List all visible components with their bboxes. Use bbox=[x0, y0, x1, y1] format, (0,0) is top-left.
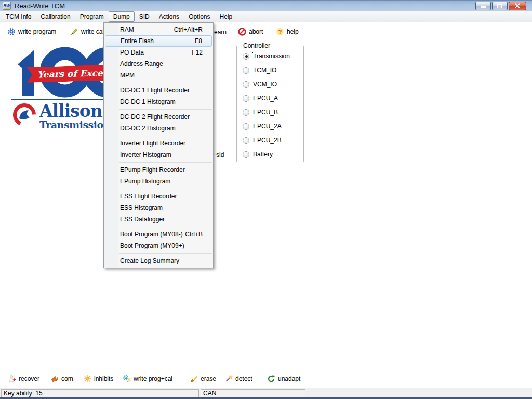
minimize-icon bbox=[481, 6, 486, 8]
menu-item-dcdc2-histogram[interactable]: DC-DC 2 Histogram bbox=[104, 123, 213, 134]
abort-label: abort bbox=[249, 28, 263, 35]
menu-separator bbox=[119, 162, 212, 163]
radio-epcu-a[interactable]: EPCU_A bbox=[243, 94, 278, 102]
menu-item-ess-datalogger[interactable]: ESS Datalogger bbox=[104, 214, 213, 225]
menu-item-boot-program-my09[interactable]: Boot Program (MY09+) bbox=[104, 240, 213, 251]
statusbar: Key ability: 15 CAN bbox=[0, 388, 532, 397]
radio-battery[interactable]: Battery bbox=[243, 150, 273, 158]
menu-separator bbox=[119, 109, 212, 110]
menu-item-epump-histogram[interactable]: EPump Histogram bbox=[104, 176, 213, 187]
status-protocol: CAN bbox=[201, 389, 305, 397]
help-icon: ? bbox=[276, 28, 284, 36]
radio-tcm-io[interactable]: TCM_IO bbox=[243, 66, 276, 74]
gears-icon bbox=[123, 375, 131, 383]
abort-button[interactable]: abort bbox=[238, 25, 263, 38]
toolbar-item-partial-learn[interactable]: earn bbox=[214, 29, 227, 36]
radio-epcu-2b[interactable]: EPCU_2B bbox=[243, 136, 282, 144]
window-title: Read-Write TCM bbox=[15, 2, 65, 10]
status-key-ability: Key ability: 15 bbox=[1, 389, 199, 397]
toolbar-separator bbox=[230, 26, 231, 37]
logo-brand: Allison bbox=[39, 103, 110, 119]
menu-item-dcdc1-histogram[interactable]: DC-DC 1 Histogram bbox=[104, 96, 213, 108]
com-button[interactable]: com bbox=[50, 372, 73, 385]
radio-button-icon bbox=[243, 53, 249, 60]
radio-transmission[interactable]: Transmission bbox=[243, 52, 290, 60]
minimize-button[interactable] bbox=[475, 2, 491, 10]
circular-arrow-icon bbox=[267, 375, 275, 383]
write-cal-label: write cal bbox=[81, 28, 104, 35]
menu-item-boot-program-my08[interactable]: Boot Program (MY08-)Ctrl+B bbox=[104, 229, 213, 240]
radio-epcu-2a[interactable]: EPCU_2A bbox=[243, 122, 282, 130]
radio-button-icon bbox=[243, 151, 249, 158]
write-prog-cal-button[interactable]: write prog+cal bbox=[123, 372, 172, 385]
restore-button[interactable] bbox=[492, 2, 508, 10]
menu-item-dcdc1-flight-recorder[interactable]: DC-DC 1 Flight Recorder bbox=[104, 85, 213, 96]
toolbar-separator bbox=[269, 26, 270, 37]
inhibits-button[interactable]: inhibits bbox=[83, 372, 113, 385]
allison-emblem-icon bbox=[12, 103, 36, 127]
radio-button-icon bbox=[243, 95, 249, 102]
menu-separator bbox=[119, 227, 212, 227]
titlebar: RW Read-Write TCM bbox=[0, 0, 532, 11]
menu-separator bbox=[119, 83, 212, 83]
radio-button-icon bbox=[243, 67, 249, 74]
menu-item-create-log-summary[interactable]: Create Log Summary bbox=[104, 255, 213, 267]
write-program-label: write program bbox=[18, 28, 56, 35]
brush-icon bbox=[190, 375, 198, 383]
erase-button[interactable]: erase bbox=[190, 372, 216, 385]
controller-title: Controller bbox=[241, 42, 272, 49]
app-window: RW Read-Write TCM TCM Info Calibration P… bbox=[0, 0, 532, 399]
menu-item-po-data[interactable]: PO DataF12 bbox=[104, 47, 213, 58]
radio-button-icon bbox=[243, 137, 249, 144]
close-button[interactable] bbox=[509, 2, 526, 10]
menubar-item-program[interactable]: Program bbox=[75, 11, 109, 22]
menu-item-inverter-flight-recorder[interactable]: Inverter Flight Recorder bbox=[104, 138, 213, 149]
recover-button[interactable]: recover bbox=[8, 372, 39, 385]
menu-item-ram[interactable]: RAMCtrl+Alt+R bbox=[104, 24, 213, 35]
menubar-item-calibration[interactable]: Calibration bbox=[36, 11, 75, 22]
menu-item-epump-flight-recorder[interactable]: EPump Flight Recorder bbox=[104, 164, 213, 176]
menubar-item-actions[interactable]: Actions bbox=[154, 11, 184, 22]
radio-epcu-b[interactable]: EPCU_B bbox=[243, 108, 278, 116]
app-icon-text: RW bbox=[3, 4, 10, 8]
toolbar-separator bbox=[102, 26, 102, 37]
menu-item-address-range[interactable]: Address Range bbox=[104, 58, 213, 70]
unadapt-button[interactable]: unadapt bbox=[267, 372, 300, 385]
radio-vcm-io[interactable]: VCM_IO bbox=[243, 80, 277, 88]
menu-item-dcdc2-flight-recorder[interactable]: DC-DC 2 Flight Recorder bbox=[104, 111, 213, 123]
restore-icon bbox=[497, 4, 502, 8]
menubar-item-options[interactable]: Options bbox=[184, 11, 215, 22]
menu-item-entire-flash[interactable]: Entire FlashF8 bbox=[105, 35, 212, 47]
svg-text:?: ? bbox=[278, 29, 282, 35]
menu-item-mpm[interactable]: MPM bbox=[104, 70, 213, 81]
menubar-item-help[interactable]: Help bbox=[215, 11, 237, 22]
gear-icon bbox=[7, 28, 16, 36]
app-icon: RW bbox=[3, 2, 11, 10]
radio-button-icon bbox=[243, 109, 249, 116]
detect-button[interactable]: detect bbox=[224, 372, 252, 385]
controller-groupbox: Controller Transmission TCM_IO VCM_IO EP… bbox=[236, 46, 304, 162]
menu-item-inverter-histogram[interactable]: Inverter Histogram bbox=[104, 149, 213, 161]
menubar-item-dump[interactable]: Dump bbox=[109, 11, 135, 22]
close-icon bbox=[515, 3, 520, 8]
pencil-icon bbox=[70, 28, 78, 36]
menu-separator bbox=[119, 136, 212, 136]
menu-item-ess-histogram[interactable]: ESS Histogram bbox=[104, 202, 213, 214]
dump-dropdown-menu: RAMCtrl+Alt+R Entire FlashF8 PO DataF12 … bbox=[103, 22, 214, 268]
wand-icon bbox=[224, 375, 233, 383]
menubar-item-tcm-info[interactable]: TCM Info bbox=[1, 11, 36, 22]
logo-brand-sub: Transmission bbox=[39, 119, 110, 130]
megaphone-icon bbox=[50, 375, 59, 383]
help-label: help bbox=[287, 28, 299, 35]
menu-item-ess-flight-recorder[interactable]: ESS Flight Recorder bbox=[104, 191, 213, 202]
menu-separator bbox=[119, 253, 212, 254]
write-cal-button[interactable]: write cal bbox=[70, 25, 104, 38]
spark-icon bbox=[83, 375, 91, 383]
menubar: TCM Info Calibration Program Dump SID Ac… bbox=[0, 11, 532, 22]
radio-button-icon bbox=[243, 123, 249, 130]
abort-icon bbox=[238, 28, 246, 36]
write-program-button[interactable]: write program bbox=[7, 25, 56, 38]
menubar-item-sid[interactable]: SID bbox=[135, 11, 154, 22]
radio-button-icon bbox=[243, 81, 249, 88]
help-button[interactable]: ? help bbox=[276, 25, 299, 38]
